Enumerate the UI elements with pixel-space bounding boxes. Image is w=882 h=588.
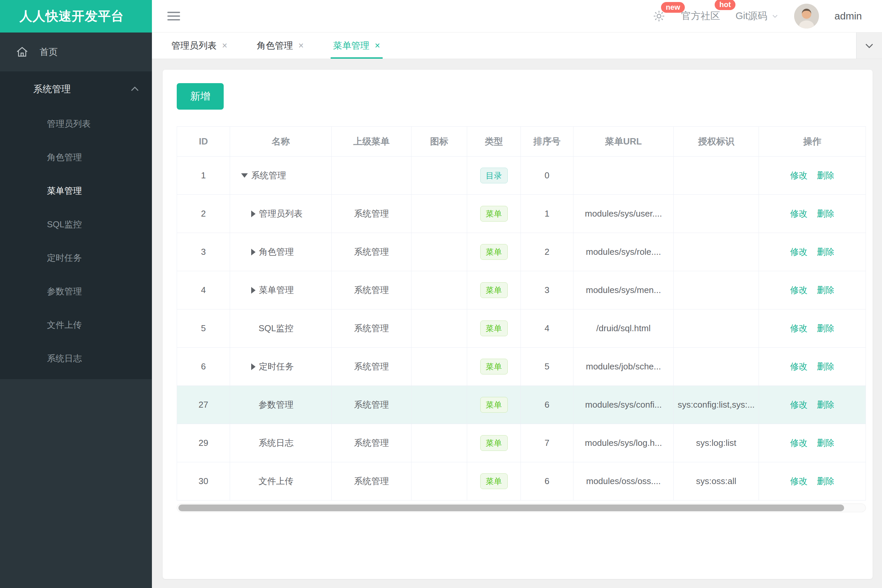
th-icon: 图标 — [412, 127, 467, 156]
delete-link[interactable]: 删除 — [817, 284, 834, 296]
edit-link[interactable]: 修改 — [790, 246, 808, 258]
cell-sort: 7 — [521, 424, 574, 462]
tree-collapse-icon[interactable] — [241, 173, 248, 178]
horizontal-scrollbar-track[interactable] — [177, 504, 866, 512]
th-type: 类型 — [467, 127, 521, 156]
tabs-overflow-button[interactable] — [856, 33, 882, 58]
cell-sort: 5 — [521, 348, 574, 386]
edit-link[interactable]: 修改 — [790, 284, 808, 296]
delete-link[interactable]: 删除 — [817, 170, 834, 182]
cell-parent: 系统管理 — [332, 271, 412, 309]
delete-link[interactable]: 删除 — [817, 246, 834, 258]
cell-url: modules/job/sche... — [574, 348, 674, 386]
th-ops: 操作 — [759, 127, 865, 156]
type-badge: 菜单 — [480, 359, 508, 375]
edit-link[interactable]: 修改 — [790, 322, 808, 334]
cell-name: 菜单管理 — [230, 271, 332, 309]
table-row[interactable]: 30文件上传系统管理菜单6modules/oss/oss....sys:oss:… — [177, 462, 865, 500]
cell-icon — [412, 386, 467, 424]
cell-operations: 修改删除 — [759, 386, 865, 424]
username: admin — [834, 10, 862, 22]
table-row[interactable]: 27参数管理系统管理菜单6modules/sys/confi...sys:con… — [177, 386, 865, 424]
cell-operations: 修改删除 — [759, 462, 865, 500]
cell-id: 1 — [177, 156, 230, 194]
table-row[interactable]: 6定时任务系统管理菜单5modules/job/sche...修改删除 — [177, 347, 865, 386]
table-body: 1系统管理目录0修改删除2管理员列表系统管理菜单1modules/sys/use… — [177, 156, 865, 500]
app-logo: 人人快速开发平台 — [0, 0, 152, 33]
delete-link[interactable]: 删除 — [817, 437, 834, 449]
tab-admin-list[interactable]: 管理员列表 × — [156, 33, 242, 58]
delete-link[interactable]: 删除 — [817, 322, 834, 334]
sidebar-item-home[interactable]: 首页 — [0, 33, 152, 71]
cell-icon — [412, 309, 467, 347]
table-row[interactable]: 3角色管理系统管理菜单2modules/sys/role....修改删除 — [177, 232, 865, 271]
table-row[interactable]: 5SQL监控系统管理菜单4/druid/sql.html修改删除 — [177, 309, 865, 347]
sidebar-group-system-header[interactable]: 系统管理 — [0, 71, 152, 107]
tree-expand-icon[interactable] — [251, 363, 255, 370]
cell-type: 菜单 — [467, 462, 521, 500]
cell-type: 菜单 — [467, 195, 521, 232]
sidebar-item-4[interactable]: 定时任务 — [0, 241, 152, 274]
sidebar-item-0[interactable]: 管理员列表 — [0, 107, 152, 141]
menu-name-label: 文件上传 — [258, 476, 293, 487]
edit-link[interactable]: 修改 — [790, 399, 808, 411]
delete-link[interactable]: 删除 — [817, 399, 834, 411]
sidebar-group-system: 系统管理 管理员列表角色管理菜单管理SQL监控定时任务参数管理文件上传系统日志 — [0, 71, 152, 379]
delete-link[interactable]: 删除 — [817, 208, 834, 220]
menu-name-label: 系统日志 — [258, 437, 293, 449]
cell-name: 管理员列表 — [230, 195, 332, 232]
cell-url: modules/sys/log.h... — [574, 424, 674, 462]
table-row[interactable]: 1系统管理目录0修改删除 — [177, 156, 865, 194]
tab-role-mgmt[interactable]: 角色管理 × — [242, 33, 319, 58]
cell-id: 27 — [177, 386, 230, 424]
tree-expand-icon[interactable] — [251, 249, 255, 255]
tree-expand-icon[interactable] — [251, 287, 255, 294]
cell-operations: 修改删除 — [759, 156, 865, 194]
tab-close-icon[interactable]: × — [222, 41, 227, 50]
sidebar-item-1[interactable]: 角色管理 — [0, 141, 152, 174]
table-row[interactable]: 2管理员列表系统管理菜单1modules/sys/user....修改删除 — [177, 194, 865, 232]
th-name: 名称 — [230, 127, 332, 156]
edit-link[interactable]: 修改 — [790, 476, 808, 487]
sidebar-item-2[interactable]: 菜单管理 — [0, 174, 152, 207]
menu-name-label: 系统管理 — [251, 170, 286, 182]
add-button[interactable]: 新增 — [177, 83, 224, 110]
hamburger-menu-icon[interactable] — [167, 9, 180, 23]
cell-icon — [412, 348, 467, 386]
git-source-link[interactable]: Git源码 — [735, 9, 779, 23]
cell-url — [574, 156, 674, 194]
tree-expand-icon[interactable] — [251, 210, 255, 217]
tab-menu-mgmt[interactable]: 菜单管理 × — [319, 33, 395, 58]
cell-perm — [674, 195, 759, 232]
community-link[interactable]: 官方社区 hot — [681, 9, 720, 23]
settings-gear-button[interactable]: new — [652, 9, 666, 23]
edit-link[interactable]: 修改 — [790, 437, 808, 449]
menu-name-label: 角色管理 — [259, 246, 294, 258]
sidebar-item-7[interactable]: 系统日志 — [0, 342, 152, 375]
cell-type: 菜单 — [467, 233, 521, 271]
sidebar-item-6[interactable]: 文件上传 — [0, 308, 152, 342]
delete-link[interactable]: 删除 — [817, 361, 834, 372]
sidebar-item-3[interactable]: SQL监控 — [0, 207, 152, 241]
cell-parent: 系统管理 — [332, 309, 412, 347]
table-row[interactable]: 29系统日志系统管理菜单7modules/sys/log.h...sys:log… — [177, 424, 865, 462]
type-badge: 菜单 — [480, 473, 508, 489]
cell-name: 角色管理 — [230, 233, 332, 271]
cell-parent: 系统管理 — [332, 424, 412, 462]
menu-name-label: 定时任务 — [259, 361, 294, 372]
horizontal-scrollbar-thumb[interactable] — [179, 504, 844, 511]
chevron-up-icon — [129, 84, 141, 95]
type-badge: 菜单 — [480, 397, 508, 412]
content-card: 新增 ID 名称 上级菜单 图标 类型 排序号 菜单URL 授权标识 操作 1系… — [163, 70, 873, 579]
delete-link[interactable]: 删除 — [817, 476, 834, 487]
sidebar-group-system-label: 系统管理 — [33, 83, 71, 96]
tab-close-icon[interactable]: × — [375, 41, 380, 50]
edit-link[interactable]: 修改 — [790, 170, 808, 182]
sidebar-item-5[interactable]: 参数管理 — [0, 274, 152, 308]
edit-link[interactable]: 修改 — [790, 208, 808, 220]
avatar[interactable] — [794, 4, 819, 28]
edit-link[interactable]: 修改 — [790, 361, 808, 372]
table-row[interactable]: 4菜单管理系统管理菜单3modules/sys/men...修改删除 — [177, 271, 865, 309]
tab-close-icon[interactable]: × — [299, 41, 304, 50]
cell-id: 3 — [177, 233, 230, 271]
